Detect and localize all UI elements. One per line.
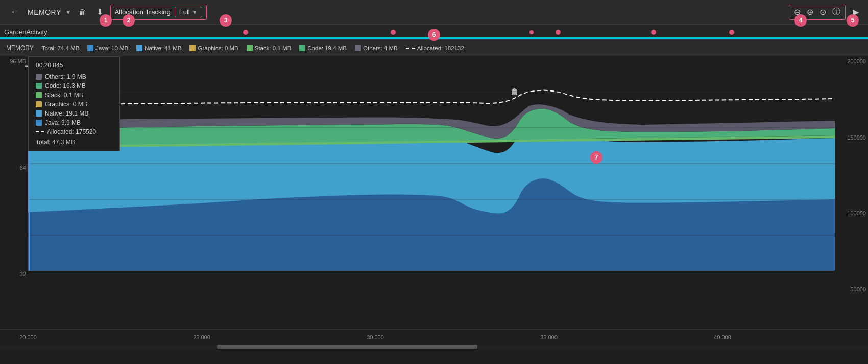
legend-stack: Stack: 0.1 MB (247, 45, 292, 51)
dropdown-arrow-icon: ▼ (192, 9, 198, 15)
code-tooltip-label: Code: 16.3 MB (45, 82, 86, 89)
y-axis-right: 200000 150000 100000 50000 (835, 56, 868, 329)
y-right-200000: 200000 (837, 58, 866, 64)
tooltip-row-native: Native: 19.1 MB (36, 110, 112, 117)
x-axis: 20.000 25.000 30.000 35.000 40.000 45.00… (0, 329, 868, 345)
memory-chart-svg: 🗑 (28, 56, 835, 271)
memory-dropdown-arrow[interactable]: ▼ (65, 9, 71, 16)
legend-total-label: Total: 74.4 MB (42, 45, 80, 51)
legend-others: Others: 4 MB (355, 45, 398, 51)
allocation-mode-value: Full (179, 8, 190, 16)
code-color (299, 45, 305, 51)
others-color (355, 45, 361, 51)
timeline-dot-4 (556, 30, 561, 35)
timeline-dot-6 (729, 30, 734, 35)
timeline-dot-3 (529, 30, 534, 34)
y-label-32: 32 (2, 271, 26, 277)
x-label-25: 25.000 (193, 334, 210, 340)
y-right-150000: 150000 (837, 134, 866, 141)
tooltip-row-allocated: Allocated: 175520 (36, 128, 112, 135)
legend-others-label: Others: 4 MB (363, 45, 398, 51)
y-label-96: 96 MB (2, 58, 26, 64)
legend-java-label: Java: 10 MB (95, 45, 128, 51)
stack-color (247, 45, 253, 51)
back-button[interactable]: ← (6, 5, 23, 19)
y-label-64: 64 (2, 165, 26, 171)
java-color (87, 45, 93, 51)
badge-5: 5 (847, 14, 859, 27)
zoom-reset-button[interactable]: ⊙ (818, 7, 828, 17)
y-right-50000: 50000 (837, 286, 866, 292)
activity-name: GardenActivity (4, 28, 47, 36)
legend-native: Native: 41 MB (136, 45, 181, 51)
tooltip-row-java: Java: 9.9 MB (36, 119, 112, 126)
others-tooltip-label: Others: 1.9 MB (45, 73, 86, 80)
allocation-mode-dropdown[interactable]: Full ▼ (175, 7, 202, 17)
tooltip-row-graphics: Graphics: 0 MB (36, 101, 112, 108)
legend-java: Java: 10 MB (87, 45, 128, 51)
badge-3: 3 (220, 14, 232, 27)
timeline-dot-1 (243, 30, 248, 35)
legend-stack-label: Stack: 0.1 MB (255, 45, 292, 51)
badge-6: 6 (428, 29, 440, 41)
legend-total: Total: 74.4 MB (42, 45, 80, 51)
tooltip-total: Total: 47.3 MB (36, 139, 112, 146)
scrollbar-thumb[interactable] (217, 345, 477, 349)
allocated-dashed-icon (406, 48, 415, 49)
info-button[interactable]: ⓘ (831, 7, 842, 17)
tooltip-time: 00:20.845 (36, 62, 112, 69)
x-label-40: 40.000 (714, 334, 731, 340)
legend-bar: MEMORY Total: 74.4 MB Java: 10 MB Native… (0, 40, 868, 56)
tooltip: 00:20.845 Others: 1.9 MB Code: 16.3 MB S… (28, 56, 120, 151)
stack-tooltip-color (36, 92, 42, 98)
allocation-tracking-label: Allocation Tracking (115, 8, 171, 16)
main-area: 6 GardenActivity MEMORY Total: 74.4 MB J… (0, 25, 868, 364)
allocated-tooltip-label: Allocated: 175520 (47, 128, 96, 135)
chart-trash-icon: 🗑 (511, 87, 519, 96)
y-right-100000: 100000 (837, 210, 866, 216)
legend-allocated: Allocated: 182132 (406, 45, 464, 51)
native-tooltip-color (36, 110, 42, 117)
tooltip-row-stack: Stack: 0.1 MB (36, 92, 112, 99)
allocated-tooltip-dashed (36, 131, 44, 132)
legend-graphics-label: Graphics: 0 MB (198, 45, 238, 51)
tooltip-row-code: Code: 16.3 MB (36, 82, 112, 89)
legend-native-label: Native: 41 MB (144, 45, 181, 51)
badge-2: 2 (123, 14, 135, 27)
legend-graphics: Graphics: 0 MB (189, 45, 238, 51)
graphics-tooltip-color (36, 101, 42, 107)
native-color (136, 45, 142, 51)
timeline-dot-5 (651, 30, 656, 35)
delete-button[interactable]: 🗑 (76, 6, 89, 18)
badge-4: 4 (794, 14, 807, 27)
x-label-35: 35.000 (540, 334, 558, 340)
timeline-dot-2 (391, 30, 396, 35)
legend-code: Code: 19.4 MB (299, 45, 347, 51)
x-label-20: 20.000 (19, 334, 37, 340)
legend-code-label: Code: 19.4 MB (307, 45, 347, 51)
graphics-tooltip-label: Graphics: 0 MB (45, 101, 87, 108)
stack-tooltip-label: Stack: 0.1 MB (45, 92, 83, 99)
java-tooltip-color (36, 120, 42, 126)
native-tooltip-label: Native: 19.1 MB (45, 110, 88, 117)
scrollbar-area[interactable] (0, 345, 868, 349)
graphics-color (189, 45, 196, 51)
allocated-line (28, 90, 835, 105)
java-tooltip-label: Java: 9.9 MB (45, 119, 81, 126)
x-label-30: 30.000 (367, 334, 384, 340)
y-axis-left: 96 MB 64 32 (0, 56, 28, 329)
code-tooltip-color (36, 83, 42, 89)
badge-1: 1 (100, 14, 112, 27)
memory-title: MEMORY (6, 44, 34, 52)
badge-7: 7 (590, 151, 602, 164)
legend-allocated-label: Allocated: 182132 (417, 45, 464, 51)
tooltip-row-others: Others: 1.9 MB (36, 73, 112, 80)
others-tooltip-color (36, 74, 42, 80)
zoom-in-button[interactable]: ⊕ (805, 7, 815, 17)
section-label: MEMORY (28, 8, 61, 16)
